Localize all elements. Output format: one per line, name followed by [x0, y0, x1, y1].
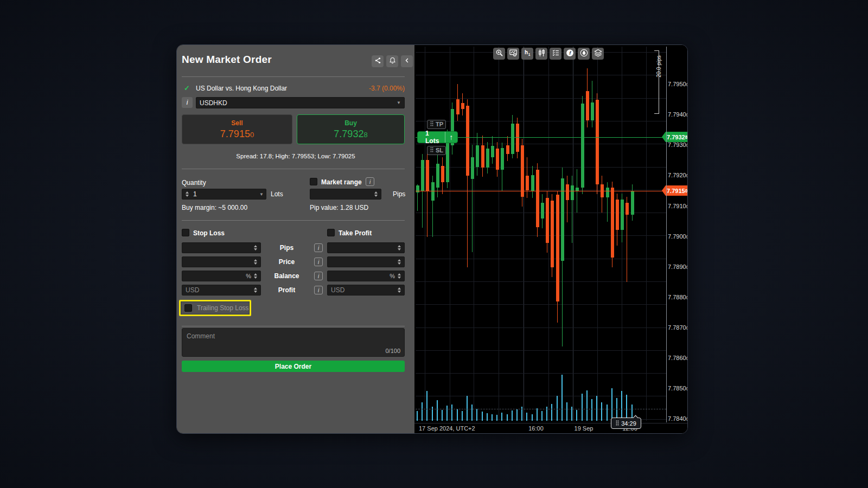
spread-info: Spread: 17.8; High: 7.79553; Low: 7.7902… [177, 153, 414, 159]
candle-up [571, 185, 574, 200]
alert-button[interactable] [386, 55, 398, 67]
candle-down [586, 91, 589, 120]
buy-button[interactable]: Buy 7.79328 [297, 114, 405, 144]
volume-bar [417, 411, 418, 421]
field-stepper[interactable] [397, 245, 402, 251]
volume-bar [601, 402, 602, 421]
trading-app-window: New Market Order ✓ US Dollar vs. Hong Ko… [176, 44, 688, 434]
field-stepper[interactable] [253, 273, 258, 279]
take-profit-checkbox[interactable] [327, 229, 335, 236]
timeframe-h1-button[interactable]: h1 [521, 48, 533, 60]
candle-down [566, 184, 569, 200]
field-stepper[interactable] [253, 259, 258, 265]
horizontal-gridline [416, 259, 666, 259]
trailing-stop-loss-checkbox[interactable] [184, 304, 192, 312]
take-profit-price-field[interactable] [327, 256, 405, 267]
stop-loss-checkbox[interactable] [182, 229, 189, 236]
stop-loss-pips-input[interactable] [184, 244, 253, 252]
chart-settings-button[interactable] [507, 48, 519, 60]
divider [182, 76, 405, 77]
row-info-button[interactable]: i [314, 286, 323, 294]
pip-value-text: Pip value: 1.28 USD [310, 204, 368, 211]
candle-countdown[interactable]: 34:29 [611, 418, 641, 429]
take-profit-profit-field[interactable] [327, 285, 405, 296]
horizontal-gridline [416, 281, 666, 282]
take-profit-price-input[interactable] [330, 258, 397, 266]
horizontal-gridline [416, 167, 666, 168]
field-stepper[interactable] [397, 273, 402, 279]
take-profit-balance-input[interactable] [330, 272, 390, 280]
volume-bar [516, 409, 518, 421]
take-profit-pips-input[interactable] [330, 244, 397, 252]
volume-bar [471, 404, 473, 421]
layers-button[interactable] [592, 48, 604, 60]
symbol-select[interactable]: USDHKD ▼ [196, 97, 405, 108]
stop-loss-balance-field[interactable]: % [182, 271, 261, 281]
candle-up [431, 182, 435, 201]
field-stepper[interactable] [397, 287, 402, 293]
quantity-label: Quantity [182, 179, 206, 187]
sl-handle[interactable]: SL [427, 146, 446, 155]
divider [182, 220, 405, 221]
candle-up [511, 124, 514, 154]
candle-down [611, 188, 614, 258]
volume-bar [541, 411, 542, 421]
info-icon: i [187, 99, 188, 106]
objects-list-button[interactable] [550, 48, 561, 60]
candle-down [526, 176, 529, 190]
stop-loss-profit-field[interactable] [182, 285, 261, 296]
stop-loss-price-input[interactable] [184, 258, 253, 266]
comment-input[interactable] [182, 329, 404, 356]
field-stepper[interactable] [253, 245, 258, 251]
share-button[interactable] [372, 55, 384, 67]
volume-bar [422, 402, 423, 421]
candle-up [421, 160, 424, 191]
indicators-f-button[interactable]: f [564, 48, 576, 60]
volume-bar [576, 410, 577, 421]
chart-type-candles-button[interactable] [535, 48, 547, 60]
sell-button[interactable]: Sell 7.79150 [182, 114, 292, 144]
stop-loss-price-field[interactable] [182, 256, 261, 267]
candle-up [631, 191, 634, 215]
stop-loss-balance-input[interactable] [184, 272, 246, 280]
collapse-panel-button[interactable] [401, 55, 413, 67]
volume-bar [551, 404, 552, 421]
place-order-button[interactable]: Place Order [182, 361, 405, 372]
chevron-down-icon[interactable]: ▼ [259, 192, 264, 197]
symbol-info-button[interactable]: i [182, 97, 193, 108]
market-range-input[interactable] [312, 190, 373, 198]
market-range-info-button[interactable]: i [366, 177, 374, 186]
row-label-profit: Profit [261, 286, 312, 294]
chart-type-candles-icon [537, 48, 546, 60]
take-profit-profit-input[interactable] [330, 286, 397, 294]
field-stepper[interactable] [253, 287, 258, 293]
row-info-button[interactable]: i [314, 272, 323, 280]
volume-bar [607, 404, 608, 421]
chevron-left-icon [403, 56, 411, 67]
candle-down [546, 198, 549, 243]
stop-loss-pips-field[interactable] [182, 242, 261, 253]
take-profit-balance-field[interactable]: % [327, 271, 405, 281]
sell-price-sub: 0 [250, 131, 254, 139]
quantity-stepper-arrows[interactable] [184, 191, 190, 197]
field-stepper[interactable] [397, 259, 402, 265]
horizontal-gridline [416, 235, 666, 236]
tp-handle[interactable]: TP [427, 120, 446, 129]
grip-icon [430, 147, 433, 153]
horizontal-gridline [416, 396, 666, 396]
bid-price-line[interactable] [416, 191, 666, 191]
quantity-stepper[interactable]: ▼ [182, 189, 266, 200]
lots-position-tag[interactable]: 1 Lots↑ [417, 131, 458, 143]
market-range-field[interactable] [310, 189, 381, 200]
market-range-stepper[interactable] [373, 191, 379, 197]
quantity-input[interactable] [192, 190, 259, 198]
sentiment-button[interactable] [578, 48, 590, 60]
stop-loss-profit-input[interactable] [184, 286, 253, 294]
market-range-checkbox[interactable] [310, 178, 317, 185]
row-info-button[interactable]: i [314, 258, 323, 266]
share-icon [374, 56, 382, 67]
row-info-button[interactable]: i [314, 243, 323, 252]
take-profit-pips-field[interactable] [327, 242, 405, 253]
zoom-in-button[interactable] [493, 48, 505, 60]
buy-price-sub: 8 [363, 131, 367, 139]
